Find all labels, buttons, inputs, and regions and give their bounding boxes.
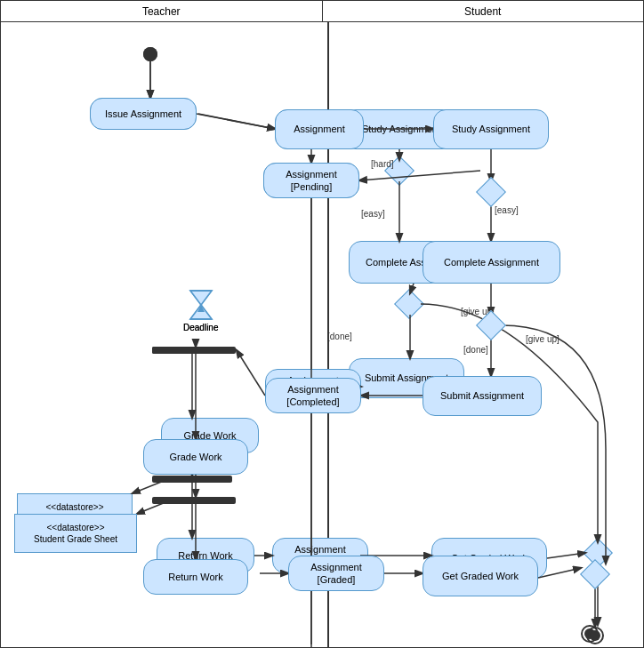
- svg-line-20: [547, 553, 585, 558]
- final-node-overlay: [586, 627, 604, 644]
- study-assignment-overlay: Study Assignment: [433, 109, 549, 149]
- complete-assignment-overlay: Complete Assignment: [423, 241, 560, 284]
- grade-sheet-overlay: <<datastore>> Student Grade Sheet: [14, 514, 137, 553]
- student-lane-header: Student: [323, 1, 644, 21]
- assignment-pending-overlay: Assignment [Pending]: [263, 163, 359, 198]
- start-node: [143, 47, 157, 61]
- sync-bar-bottom-overlay: [152, 497, 236, 504]
- assignment-graded-overlay: Assignment [Graded]: [288, 556, 384, 591]
- assignment-completed-overlay: Assignment [Completed]: [265, 378, 361, 413]
- return-work-overlay: Return Work: [143, 559, 248, 595]
- get-graded-work-overlay: Get Graded Work: [423, 556, 538, 596]
- teacher-lane-header: Teacher: [1, 1, 323, 21]
- diagram-container: Teacher Student Issue Assignment Assignm…: [0, 0, 644, 648]
- easy-label: [easy]: [361, 209, 385, 219]
- sync-bar-top-overlay: [152, 347, 236, 354]
- swimlane-header: Teacher Student: [1, 1, 643, 22]
- svg-marker-47: [190, 291, 212, 305]
- grade-work-overlay: Grade Work: [143, 439, 248, 475]
- sync-bar-bottom: [152, 476, 232, 483]
- issue-assignment-overlay: Issue Assignment: [90, 98, 197, 130]
- submit-assignment-overlay: Submit Assignment: [423, 376, 542, 416]
- assignment-overlay: Assignment: [275, 109, 364, 149]
- deadline-overlay: Deadline: [183, 289, 218, 332]
- study-diamond: [384, 156, 415, 186]
- done-label: [done]: [327, 332, 352, 341]
- complete-diamond: [394, 289, 424, 319]
- deadline-overlay-label: Deadline: [183, 323, 218, 332]
- swimlane-body: Issue Assignment Assignment Assignment […: [1, 22, 643, 648]
- svg-line-6: [197, 114, 275, 129]
